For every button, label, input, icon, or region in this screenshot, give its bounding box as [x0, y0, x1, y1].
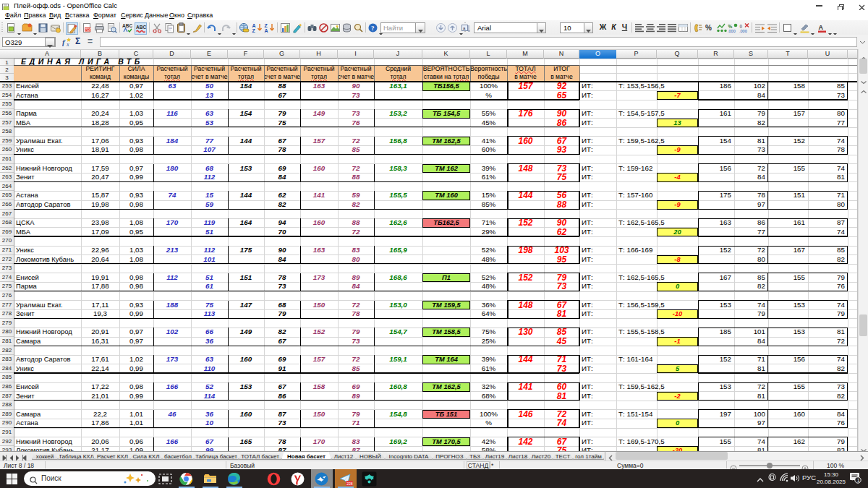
svg-text:1: 1 — [857, 478, 860, 483]
svg-text:%: % — [705, 24, 712, 32]
svg-text:PDF: PDF — [85, 27, 92, 31]
svg-text:.000: .000 — [739, 28, 747, 33]
svg-text:Z: Z — [252, 28, 256, 33]
svg-text:x: x — [66, 41, 69, 47]
svg-text:228: 228 — [346, 481, 353, 486]
svg-text:f: f — [62, 38, 66, 46]
svg-text:?: ? — [371, 25, 375, 32]
svg-text:ABC: ABC — [122, 23, 132, 28]
svg-text:A: A — [265, 28, 268, 33]
svg-text:А: А — [819, 24, 824, 31]
svg-text:ABC: ABC — [136, 25, 146, 30]
svg-text:Z: Z — [265, 23, 268, 28]
svg-text:A: A — [252, 23, 256, 28]
svg-text:.000: .000 — [728, 28, 736, 33]
